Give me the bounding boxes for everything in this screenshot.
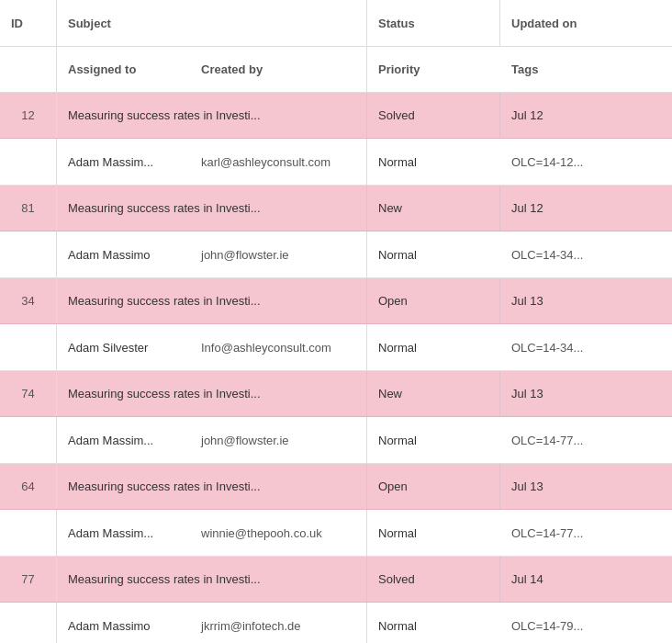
ticket-subject: Measuring success rates in Investi... [57,186,367,231]
ticket-tags: OLC=14-34... [500,324,672,370]
ticket-id: 34 [0,278,57,323]
ticket-group: 81 Measuring success rates in Investi...… [0,186,672,278]
ticket-priority: Normal [367,603,500,643]
ticket-updated: Jul 12 [500,93,672,138]
ticket-assigned: Adam Massimo [57,603,190,643]
ticket-priority: Normal [367,510,500,556]
header-priority: Priority [367,47,500,92]
ticket-id-spacer [0,139,57,185]
ticket-tags: OLC=14-12... [500,139,672,185]
ticket-subject: Measuring success rates in Investi... [57,557,367,602]
ticket-updated: Jul 13 [500,464,672,509]
header-subject: Subject [57,0,367,46]
header-row-1: ID Subject Status Updated on [0,0,672,47]
ticket-sub-row: Adam Massimo john@flowster.ie Normal OLC… [0,231,672,277]
ticket-subject: Measuring success rates in Investi... [57,464,367,509]
ticket-created-by: Info@ashleyconsult.com [190,324,367,370]
header-id: ID [0,0,57,46]
ticket-group: 12 Measuring success rates in Investi...… [0,93,672,186]
ticket-created-by: winnie@thepooh.co.uk [190,510,367,556]
ticket-id: 81 [0,186,57,231]
ticket-assigned: Adam Massim... [57,139,190,185]
ticket-main-row[interactable]: 81 Measuring success rates in Investi...… [0,186,672,231]
ticket-group: 74 Measuring success rates in Investi...… [0,371,672,464]
header-row-2: Assigned to Created by Priority Tags [0,47,672,93]
header-tags: Tags [500,47,672,92]
ticket-subject: Measuring success rates in Investi... [57,371,367,416]
ticket-main-row[interactable]: 77 Measuring success rates in Investi...… [0,557,672,603]
ticket-sub-row: Adam Massim... john@flowster.ie Normal O… [0,417,672,463]
ticket-tags: OLC=14-34... [500,231,672,277]
ticket-table: ID Subject Status Updated on Assigned to… [0,0,672,643]
header-id-empty [0,47,57,92]
ticket-main-row[interactable]: 12 Measuring success rates in Investi...… [0,93,672,139]
ticket-group: 34 Measuring success rates in Investi...… [0,278,672,371]
ticket-group: 64 Measuring success rates in Investi...… [0,464,672,557]
ticket-assigned: Adam Massim... [57,510,190,556]
header-created: Created by [190,47,367,92]
ticket-main-row[interactable]: 64 Measuring success rates in Investi...… [0,464,672,510]
header-status: Status [367,0,500,46]
ticket-id: 64 [0,464,57,509]
ticket-status: New [367,371,500,416]
ticket-id-spacer [0,324,57,370]
ticket-created-by: john@flowster.ie [190,231,367,277]
header-updated: Updated on [500,0,672,46]
ticket-id: 12 [0,93,57,138]
tickets-container: 12 Measuring success rates in Investi...… [0,93,672,643]
ticket-created-by: karl@ashleyconsult.com [190,139,367,185]
ticket-tags: OLC=14-79... [500,603,672,643]
ticket-id: 77 [0,557,57,602]
ticket-updated: Jul 14 [500,557,672,602]
ticket-tags: OLC=14-77... [500,417,672,463]
ticket-updated: Jul 13 [500,371,672,416]
ticket-priority: Normal [367,139,500,185]
ticket-assigned: Adam Massimo [57,231,190,277]
ticket-id-spacer [0,510,57,556]
ticket-priority: Normal [367,231,500,277]
ticket-id-spacer [0,603,57,643]
header-assigned: Assigned to [57,47,190,92]
ticket-subject: Measuring success rates in Investi... [57,93,367,138]
ticket-status: Open [367,278,500,323]
ticket-status: New [367,186,500,231]
ticket-status: Open [367,464,500,509]
ticket-updated: Jul 12 [500,186,672,231]
ticket-id-spacer [0,231,57,277]
ticket-assigned: Adam Silvester [57,324,190,370]
ticket-subject: Measuring success rates in Investi... [57,278,367,323]
ticket-status: Solved [367,557,500,602]
ticket-main-row[interactable]: 74 Measuring success rates in Investi...… [0,371,672,417]
ticket-sub-row: Adam Massim... karl@ashleyconsult.com No… [0,139,672,185]
ticket-priority: Normal [367,417,500,463]
ticket-sub-row: Adam Massimo jkrrim@infotech.de Normal O… [0,603,672,643]
ticket-id-spacer [0,417,57,463]
ticket-priority: Normal [367,324,500,370]
ticket-sub-row: Adam Silvester Info@ashleyconsult.com No… [0,324,672,370]
ticket-created-by: john@flowster.ie [190,417,367,463]
ticket-assigned: Adam Massim... [57,417,190,463]
ticket-main-row[interactable]: 34 Measuring success rates in Investi...… [0,278,672,324]
ticket-group: 77 Measuring success rates in Investi...… [0,557,672,643]
ticket-tags: OLC=14-77... [500,510,672,556]
ticket-created-by: jkrrim@infotech.de [190,603,367,643]
ticket-status: Solved [367,93,500,138]
ticket-sub-row: Adam Massim... winnie@thepooh.co.uk Norm… [0,510,672,556]
ticket-updated: Jul 13 [500,278,672,323]
ticket-id: 74 [0,371,57,416]
